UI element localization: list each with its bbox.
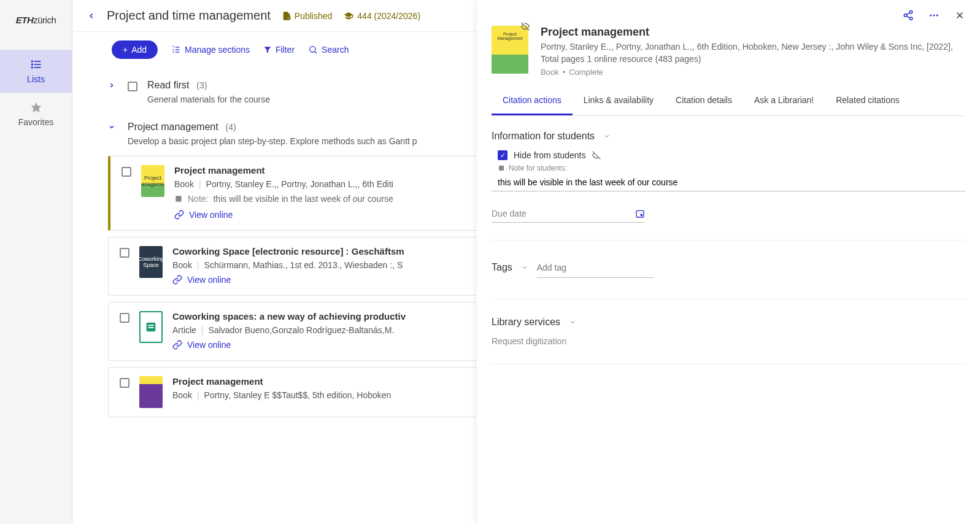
detail-tabs: Citation actions Links & availability Ci… <box>492 87 965 116</box>
tag-input[interactable] <box>537 258 654 278</box>
main: Project and time management Published 44… <box>72 0 980 524</box>
section-title: Project management <box>128 121 218 132</box>
view-online-link[interactable]: View online <box>172 275 231 285</box>
item-thumbnail <box>139 311 163 343</box>
hide-checkbox[interactable]: ✓ <box>498 150 507 160</box>
library-heading: Library services <box>492 317 576 328</box>
nav-lists[interactable]: Lists <box>0 50 72 93</box>
plus-icon: + <box>123 45 128 55</box>
svg-point-11 <box>310 47 315 52</box>
more-icon[interactable] <box>928 10 939 21</box>
link-icon <box>174 210 184 220</box>
svg-point-18 <box>904 14 907 17</box>
view-online-link[interactable]: View online <box>174 210 233 220</box>
tab-citation-actions[interactable]: Citation actions <box>492 87 573 115</box>
sections-icon <box>171 45 181 55</box>
svg-marker-6 <box>31 102 41 113</box>
published-badge: Published <box>282 11 333 21</box>
list-icon <box>30 58 42 71</box>
section-checkbox[interactable] <box>128 82 137 91</box>
manage-sections-link[interactable]: Manage sections <box>171 45 250 55</box>
chevron-down-icon[interactable] <box>521 264 528 271</box>
svg-point-4 <box>31 64 33 65</box>
svg-point-5 <box>31 67 33 68</box>
svg-point-17 <box>909 11 912 14</box>
svg-rect-31 <box>641 214 642 216</box>
svg-line-21 <box>906 13 909 15</box>
share-icon[interactable] <box>903 10 914 21</box>
detail-thumbnail: ProjectManagement <box>492 26 528 74</box>
item-checkbox[interactable] <box>120 378 129 388</box>
tab-ask-librarian[interactable]: Ask a Librarian! <box>743 87 825 115</box>
note-label: Note for students: <box>492 164 965 172</box>
graduation-icon <box>343 11 354 21</box>
due-date-field[interactable]: Due date <box>492 209 645 223</box>
detail-type: Book•Complete <box>541 67 965 77</box>
chevron-down-icon[interactable] <box>603 133 611 140</box>
detail-panel: ProjectManagement Project management Por… <box>477 0 980 524</box>
calendar-icon[interactable] <box>635 209 645 218</box>
svg-line-12 <box>315 52 317 53</box>
hidden-icon <box>521 22 530 31</box>
note-input[interactable] <box>492 174 965 191</box>
section-title: Read first <box>147 80 189 90</box>
published-icon <box>282 11 291 21</box>
detail-title: Project management <box>541 26 965 39</box>
note-icon <box>174 195 183 203</box>
section-count: (4) <box>226 122 236 132</box>
tab-citation-details[interactable]: Citation details <box>665 87 743 115</box>
filter-icon <box>263 45 272 54</box>
tab-related-citations[interactable]: Related citations <box>825 87 911 115</box>
nav-favorites-label: Favorites <box>18 117 54 127</box>
library-text: Request digitization <box>492 336 965 346</box>
page-title: Project and time management <box>107 9 271 23</box>
view-online-link[interactable]: View online <box>172 340 231 350</box>
item-thumbnail: ProjectManagement <box>141 165 164 197</box>
svg-rect-13 <box>176 196 181 201</box>
nav-favorites[interactable]: Favorites <box>0 93 72 136</box>
item-checkbox[interactable] <box>120 313 129 323</box>
detail-citation: Portny, Stanley E.,, Portny, Jonathan L.… <box>541 41 965 65</box>
svg-point-19 <box>909 17 912 20</box>
search-link[interactable]: Search <box>308 45 349 55</box>
svg-rect-16 <box>148 327 153 328</box>
svg-point-22 <box>930 15 932 17</box>
tags-heading: Tags <box>492 262 528 273</box>
link-icon <box>172 275 182 285</box>
svg-point-24 <box>936 15 938 17</box>
nav-lists-label: Lists <box>27 74 45 84</box>
back-arrow-icon[interactable] <box>87 9 96 23</box>
chevron-down-icon[interactable] <box>108 123 118 131</box>
chevron-down-icon[interactable] <box>569 318 576 326</box>
svg-point-3 <box>31 61 33 62</box>
svg-rect-30 <box>636 211 644 218</box>
note-icon <box>498 164 505 172</box>
tab-links-availability[interactable]: Links & availability <box>573 87 665 115</box>
hide-label: Hide from students <box>514 150 586 160</box>
logo: ETHzürich <box>16 15 56 25</box>
item-thumbnail <box>139 376 163 408</box>
add-button[interactable]: + Add <box>112 40 158 59</box>
close-icon[interactable] <box>954 10 965 21</box>
hidden-indicator-icon <box>592 151 601 160</box>
star-icon <box>30 101 42 114</box>
section-count: (3) <box>196 80 207 90</box>
item-checkbox[interactable] <box>120 248 129 258</box>
search-icon <box>308 45 318 55</box>
term-badge: 444 (2024/2026) <box>343 11 420 21</box>
svg-point-23 <box>933 15 935 17</box>
item-checkbox[interactable] <box>122 167 131 177</box>
svg-line-20 <box>906 16 909 18</box>
filter-link[interactable]: Filter <box>263 45 295 55</box>
info-heading: Information for students <box>492 131 611 142</box>
chevron-right-icon[interactable] <box>108 82 118 89</box>
sidebar: ETHzürich Lists Favorites <box>0 0 72 524</box>
item-thumbnail: CoworkingSpace <box>139 246 163 278</box>
link-icon <box>172 340 182 350</box>
section-description: General materials for the course <box>147 94 270 104</box>
svg-rect-29 <box>499 166 504 171</box>
svg-rect-15 <box>148 325 153 326</box>
